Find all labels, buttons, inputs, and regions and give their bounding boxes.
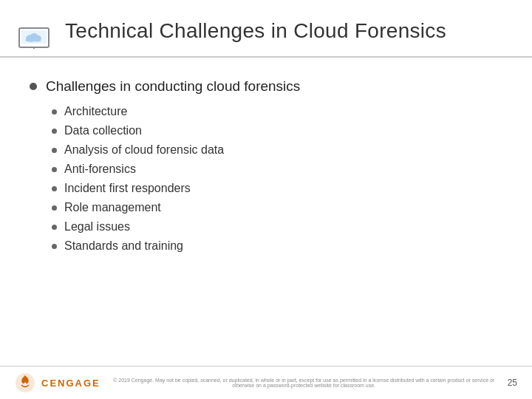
sub-bullet-text: Standards and training	[64, 239, 183, 253]
sub-bullet-dot	[52, 129, 57, 134]
main-bullet-text: Challenges in conducting cloud forensics	[46, 78, 300, 95]
page-title: Technical Challenges in Cloud Forensics	[65, 19, 446, 43]
list-item: Anti-forensics	[52, 163, 502, 176]
cengage-logo: CENGAGE	[15, 372, 100, 393]
cloud-monitor-icon	[15, 13, 53, 49]
sub-bullet-text: Architecture	[64, 105, 127, 118]
main-bullet-dot	[30, 83, 37, 90]
sub-bullet-text: Incident first responders	[64, 182, 191, 195]
sub-bullet-dot	[52, 225, 57, 230]
sub-bullet-dot	[52, 244, 57, 249]
list-item: Analysis of cloud forensic data	[52, 143, 502, 157]
main-bullet: Challenges in conducting cloud forensics	[30, 78, 502, 95]
list-item: Standards and training	[52, 239, 502, 253]
sub-bullet-dot	[52, 148, 57, 153]
sub-bullet-text: Analysis of cloud forensic data	[64, 143, 224, 157]
sub-bullets-list: Architecture Data collection Analysis of…	[52, 105, 502, 253]
list-item: Incident first responders	[52, 182, 502, 195]
list-item: Data collection	[52, 124, 502, 137]
sub-bullet-text: Anti-forensics	[64, 163, 136, 176]
page-number: 25	[508, 378, 517, 388]
list-item: Role management	[52, 201, 502, 214]
copyright-text: © 2019 Cengage. May not be copied, scann…	[100, 378, 508, 388]
sub-bullet-dot	[52, 186, 57, 191]
sub-bullet-dot	[52, 205, 57, 211]
sub-bullet-text: Legal issues	[64, 220, 130, 233]
svg-rect-7	[26, 38, 41, 41]
content-area: Challenges in conducting cloud forensics…	[0, 58, 532, 366]
sub-bullet-dot	[52, 109, 57, 115]
footer: CENGAGE © 2019 Cengage. May not be copie…	[0, 366, 532, 399]
sub-bullet-text: Role management	[64, 201, 161, 214]
sub-bullet-text: Data collection	[64, 124, 142, 137]
brand-name: CENGAGE	[41, 378, 100, 389]
list-item: Architecture	[52, 105, 502, 118]
slide: Technical Challenges in Cloud Forensics …	[0, 0, 532, 399]
list-item: Legal issues	[52, 220, 502, 233]
header: Technical Challenges in Cloud Forensics	[0, 0, 532, 58]
sub-bullet-dot	[52, 167, 57, 172]
